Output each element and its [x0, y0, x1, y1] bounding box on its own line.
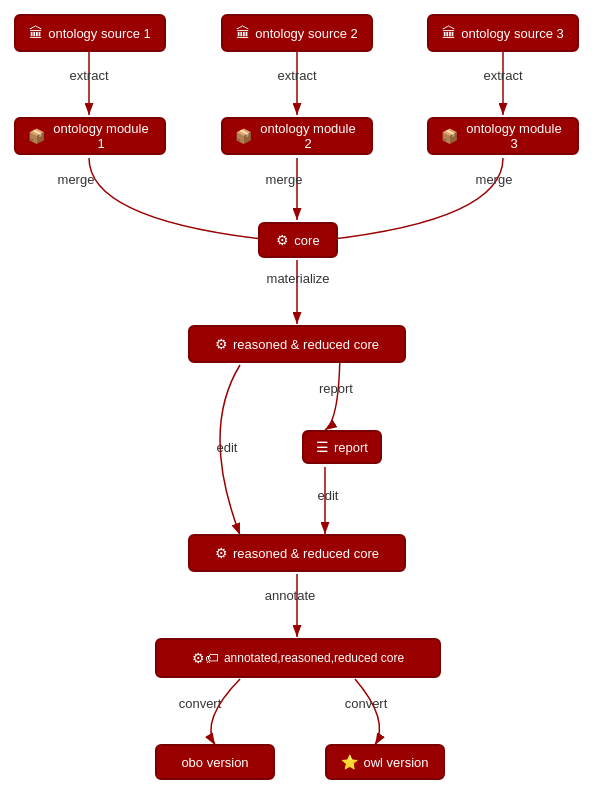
- module1-node: 📦 ontology module 1: [14, 117, 166, 155]
- core-node: ⚙ core: [258, 222, 338, 258]
- extract3-label: extract: [469, 68, 537, 83]
- merge1-label: merge: [46, 172, 106, 187]
- owl-label: owl version: [363, 755, 428, 770]
- annotated-node: ⚙🏷 annotated,reasoned,reduced core: [155, 638, 441, 678]
- report-icon: ☰: [316, 439, 329, 455]
- owl-node: ⭐ owl version: [325, 744, 445, 780]
- report-node: ☰ report: [302, 430, 382, 464]
- source1-label: ontology source 1: [48, 26, 151, 41]
- edit2-label: edit: [306, 488, 350, 503]
- source2-icon: 🏛: [236, 25, 250, 41]
- source2-node: 🏛 ontology source 2: [221, 14, 373, 52]
- module3-icon: 📦: [441, 128, 458, 144]
- core-icon: ⚙: [276, 232, 289, 248]
- source1-icon: 🏛: [29, 25, 43, 41]
- module1-icon: 📦: [28, 128, 45, 144]
- obo-node: obo version: [155, 744, 275, 780]
- reasoned2-label: reasoned & reduced core: [233, 546, 379, 561]
- merge3-label: merge: [464, 172, 524, 187]
- reasoned1-label: reasoned & reduced core: [233, 337, 379, 352]
- report-flow-label: report: [306, 381, 366, 396]
- module3-node: 📦 ontology module 3: [427, 117, 579, 155]
- reasoned1-node: ⚙ reasoned & reduced core: [188, 325, 406, 363]
- module2-node: 📦 ontology module 2: [221, 117, 373, 155]
- owl-icon: ⭐: [341, 754, 358, 770]
- reasoned2-node: ⚙ reasoned & reduced core: [188, 534, 406, 572]
- source3-icon: 🏛: [442, 25, 456, 41]
- report-label: report: [334, 440, 368, 455]
- annotated-label: annotated,reasoned,reduced core: [224, 651, 404, 665]
- module2-label: ontology module 2: [257, 121, 359, 151]
- obo-label: obo version: [181, 755, 248, 770]
- core-label: core: [294, 233, 319, 248]
- materialize-label: materialize: [228, 271, 368, 286]
- diagram: 🏛 ontology source 1 🏛 ontology source 2 …: [0, 0, 600, 796]
- module1-label: ontology module 1: [50, 121, 152, 151]
- reasoned1-icon: ⚙: [215, 336, 228, 352]
- annotate-label: annotate: [250, 588, 330, 603]
- module2-icon: 📦: [235, 128, 252, 144]
- source2-label: ontology source 2: [255, 26, 358, 41]
- reasoned2-icon: ⚙: [215, 545, 228, 561]
- annotated-icon: ⚙🏷: [192, 650, 219, 666]
- convert2-label: convert: [336, 696, 396, 711]
- source3-node: 🏛 ontology source 3: [427, 14, 579, 52]
- merge2-label: merge: [254, 172, 314, 187]
- extract1-label: extract: [55, 68, 123, 83]
- convert1-label: convert: [170, 696, 230, 711]
- extract2-label: extract: [263, 68, 331, 83]
- edit1-label: edit: [205, 440, 249, 455]
- source1-node: 🏛 ontology source 1: [14, 14, 166, 52]
- module3-label: ontology module 3: [463, 121, 565, 151]
- source3-label: ontology source 3: [461, 26, 564, 41]
